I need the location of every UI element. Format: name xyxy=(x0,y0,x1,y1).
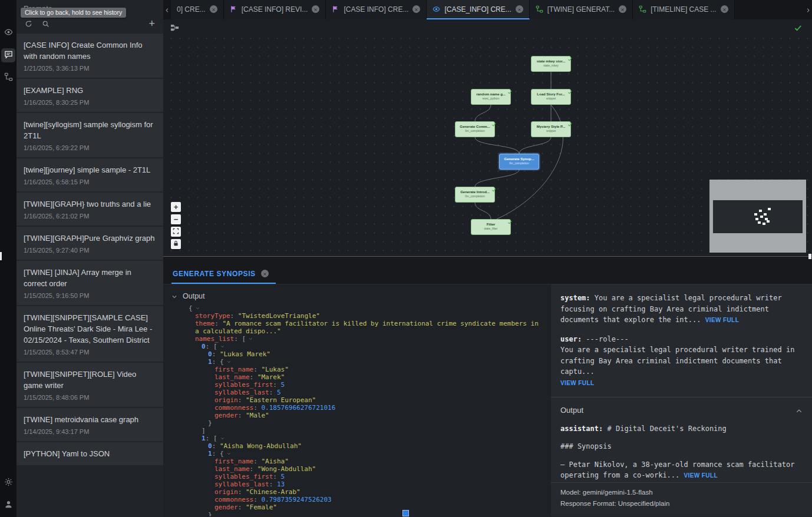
view-full-link[interactable]: VIEW FULL xyxy=(684,472,718,479)
prompt-list-item[interactable]: [EXAMPLE] RNG1/16/2025, 8:30:25 PM xyxy=(16,79,163,112)
close-icon[interactable] xyxy=(619,5,626,13)
message-role: user: xyxy=(560,335,586,343)
close-x-glyph xyxy=(722,5,727,14)
refresh-icon[interactable] xyxy=(25,19,34,28)
minimap-node-dot xyxy=(758,221,761,224)
node-title: random name g... xyxy=(471,90,510,96)
graph-node-state-filter[interactable]: Filterstate_filter xyxy=(471,219,511,235)
minimap-node-dot xyxy=(754,213,757,216)
json-line: syllables_first: 5 xyxy=(189,381,543,389)
prompt-list-item[interactable]: [twine][syllogism] sample syllogism for … xyxy=(16,113,163,157)
prompt-list-item[interactable]: [TWINE] metroidvania case graph1/14/2025… xyxy=(16,408,163,441)
minimap-node-dot xyxy=(755,218,758,220)
prompt-detail-pane: system: You are a specialist legal proce… xyxy=(551,284,812,516)
tab-bar: 0] CRE...[CASE INFO] REVI...[CASE INFO] … xyxy=(163,0,812,19)
view-full-link[interactable]: VIEW FULL xyxy=(560,380,594,386)
main-area: 0] CRE...[CASE INFO] REVI...[CASE INFO] … xyxy=(163,0,812,517)
tab-timeline-case[interactable]: [TIMELINE] CASE ... xyxy=(633,0,734,19)
search-icon[interactable] xyxy=(42,19,51,28)
close-icon[interactable] xyxy=(312,5,319,13)
zoom-in-button[interactable]: + xyxy=(171,202,181,212)
node-check-icon xyxy=(567,119,573,124)
chevron-left-icon xyxy=(164,5,170,15)
zoom-out-button[interactable]: − xyxy=(171,214,181,224)
tab-case-info-cre[interactable]: [CASE INFO] CRE... xyxy=(326,0,427,19)
layout-icon[interactable] xyxy=(170,24,179,32)
close-x-glyph xyxy=(313,5,318,14)
bottom-panel-body: Output {storyType: "TwistedLoveTriangle"… xyxy=(163,284,812,516)
zoom-fit-button[interactable] xyxy=(171,227,181,237)
node-check-icon xyxy=(567,54,573,59)
rail-item-settings[interactable] xyxy=(1,476,15,490)
json-line: syllables_first: 5 xyxy=(189,473,543,480)
view-full-link[interactable]: VIEW FULL xyxy=(705,317,739,323)
graph-node-snippet[interactable]: Mystery Style P...snippet xyxy=(531,121,571,137)
chevron-down-icon[interactable] xyxy=(227,358,232,366)
resize-handle-bottom[interactable] xyxy=(402,510,409,516)
graph-node-state-mkey[interactable]: state mkey stor...state_mkey xyxy=(531,56,571,72)
chevron-down-icon[interactable] xyxy=(220,343,225,350)
resize-handle-left[interactable] xyxy=(0,252,2,260)
rail-item-account[interactable] xyxy=(1,498,15,512)
chevron-up-icon[interactable] xyxy=(796,407,803,414)
prompts-panel: Prompts + [CASE INFO] Create Common Info… xyxy=(16,0,163,517)
prompt-title: [TWINE][SNIPPET][ROLE] Video game writer xyxy=(24,369,156,391)
tab-case-info-cre[interactable]: [CASE_INFO] CRE... xyxy=(427,0,529,19)
rail-item-workflows[interactable] xyxy=(1,71,15,85)
minimap-node-dot xyxy=(764,213,767,216)
graph-node-exec-python[interactable]: random name g...exec_python xyxy=(471,89,511,105)
json-line: 0: [ xyxy=(189,343,543,350)
node-subtitle: snippet xyxy=(532,129,570,132)
json-line: commonness: 0.7987359247526203 xyxy=(189,496,543,503)
chevron-down-icon[interactable] xyxy=(249,335,253,343)
tab-0-cre[interactable]: 0] CRE... xyxy=(171,0,224,19)
close-icon[interactable] xyxy=(412,5,420,13)
prompt-list-item[interactable]: [TWINE] [JINJA] Array merge in correct o… xyxy=(16,261,163,305)
flag-icon xyxy=(230,5,237,13)
prompt-list-item[interactable]: [TWINE][SNIPPET][ROLE] Video game writer… xyxy=(16,363,163,407)
prompt-title: [twine][journey] simple sample - 2T1L xyxy=(24,164,156,175)
chevron-down-icon[interactable] xyxy=(220,435,225,442)
close-icon[interactable] xyxy=(721,5,728,13)
bottom-tab-generate-synopsis[interactable]: GENERATE SYNOPSIS xyxy=(171,264,276,284)
minimap[interactable] xyxy=(709,180,806,253)
rail-item-view[interactable] xyxy=(1,26,15,40)
chevron-down-icon[interactable] xyxy=(227,450,232,458)
close-icon[interactable] xyxy=(210,5,217,13)
graph-canvas[interactable]: state mkey stor...state_mkeyrandom name … xyxy=(163,19,812,256)
add-prompt-button[interactable]: + xyxy=(148,20,155,28)
bottom-tab-label: GENERATE SYNOPSIS xyxy=(173,270,256,278)
zoom-lock-button[interactable] xyxy=(171,239,181,249)
prompt-timestamp: 1/16/2025, 6:58:15 PM xyxy=(24,178,156,185)
node-title: Mystery Style P... xyxy=(532,122,570,128)
prompt-list-item[interactable]: [PYTHON] Yaml to JSON xyxy=(16,442,163,465)
resize-handle-right[interactable] xyxy=(808,254,811,259)
prompt-list-item[interactable]: [TWINE][SNIPPET][SAMPLE CASE] Online Thr… xyxy=(16,306,163,362)
close-icon[interactable] xyxy=(261,270,269,277)
graph-node-llm-completion[interactable]: Generate Synop...llm_completion xyxy=(499,154,539,170)
output-section-header[interactable]: Output xyxy=(163,284,551,304)
prompt-title: [TWINE] metroidvania case graph xyxy=(24,414,156,425)
assistant-message: assistant: # Digital Deceit's Reckoning#… xyxy=(560,423,803,482)
assistant-paragraph: — Petar Nikolov, a 38-year-old romance s… xyxy=(560,459,803,482)
graph-node-llm-completion[interactable]: Generate Comm...llm_completion xyxy=(455,121,495,137)
graph-node-llm-completion[interactable]: Generate Introd...llm_completion xyxy=(455,187,495,203)
node-title: Generate Synop... xyxy=(500,154,539,161)
prompt-list-item[interactable]: [TWINE][GRAPH]Pure Graphviz graph1/15/20… xyxy=(16,227,163,260)
node-subtitle: llm_completion xyxy=(455,129,494,132)
close-x-glyph xyxy=(620,5,625,14)
close-icon[interactable] xyxy=(516,5,523,13)
graph-node-snippet[interactable]: Load Story For...snippet xyxy=(531,89,571,105)
rail-item-prompts[interactable] xyxy=(1,48,15,62)
prompt-list-item[interactable]: [CASE INFO] Create Common Info with rand… xyxy=(16,34,163,78)
chevron-down-icon[interactable] xyxy=(196,304,200,312)
tab-twine-generat[interactable]: [TWINE] GENERAT... xyxy=(530,0,633,19)
prompt-list-item[interactable]: [TWINE][GRAPH} two truths and a lie1/16/… xyxy=(16,193,163,226)
tab-case-info-revi[interactable]: [CASE INFO] REVI... xyxy=(224,0,326,19)
minimap-node-dot xyxy=(768,208,771,210)
tab-scroll-left[interactable] xyxy=(163,0,171,19)
prompt-list-item[interactable]: [twine][journey] simple sample - 2T1L1/1… xyxy=(16,158,163,191)
prompt-title: [TWINE] [JINJA] Array merge in correct o… xyxy=(24,267,156,289)
tab-scroll-right[interactable] xyxy=(804,0,812,19)
model-label: Model: xyxy=(560,489,581,496)
